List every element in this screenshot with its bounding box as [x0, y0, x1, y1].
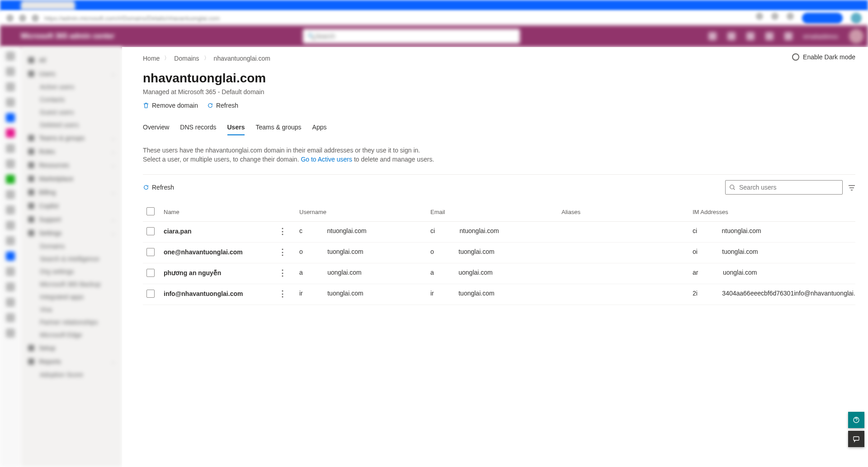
- sidebar-item[interactable]: Reports⌄: [25, 355, 118, 368]
- table-row[interactable]: one@nhavantuonglai.com⋮o tuonglai.como t…: [143, 242, 855, 263]
- row-more-icon[interactable]: ⋮: [278, 269, 280, 277]
- sidebar-item[interactable]: Deleted users: [25, 119, 118, 131]
- rail-item[interactable]: [6, 190, 15, 199]
- search-users-input[interactable]: [739, 184, 839, 191]
- rail-item[interactable]: [6, 313, 15, 322]
- rail-item[interactable]: [6, 267, 15, 276]
- tab-apps[interactable]: Apps: [312, 121, 327, 135]
- sidebar-item[interactable]: Viva: [25, 303, 118, 316]
- row-checkbox[interactable]: [146, 290, 155, 298]
- browser-action-pill[interactable]: [802, 13, 843, 24]
- rail-item[interactable]: [6, 221, 15, 230]
- rail-item[interactable]: [6, 205, 15, 214]
- col-header-im[interactable]: IM Addresses: [689, 203, 855, 222]
- select-all-checkbox[interactable]: [146, 207, 155, 215]
- breadcrumb-home[interactable]: Home: [143, 55, 160, 62]
- tab-teams[interactable]: Teams & groups: [255, 121, 301, 135]
- rail-item[interactable]: [6, 236, 15, 245]
- table-row[interactable]: info@nhavantuonglai.com⋮ir tuonglai.comi…: [143, 284, 855, 305]
- go-to-active-users-link[interactable]: Go to Active users: [301, 156, 352, 163]
- sidebar-item[interactable]: Roles⌄: [25, 145, 118, 158]
- sidebar-item[interactable]: Org settings: [25, 265, 118, 278]
- table-row[interactable]: ciara.pan⋮c ntuonglai.comci ntuonglai.co…: [143, 221, 855, 242]
- rail-item[interactable]: [6, 98, 15, 107]
- help-float-button[interactable]: [848, 412, 864, 428]
- row-checkbox[interactable]: [146, 269, 155, 277]
- row-checkbox[interactable]: [146, 248, 155, 256]
- row-checkbox[interactable]: [146, 227, 155, 235]
- sidebar-item[interactable]: Microsoft Edge: [25, 329, 118, 341]
- refresh-table-label: Refresh: [152, 184, 174, 191]
- sidebar-item[interactable]: Domains: [25, 240, 118, 253]
- sidebar-item[interactable]: Guest users: [25, 106, 118, 119]
- feedback-float-button[interactable]: [848, 431, 864, 447]
- rail-item[interactable]: [6, 144, 15, 153]
- table-row[interactable]: phương an nguyễn⋮a uonglai.coma uonglai.…: [143, 263, 855, 284]
- sidebar-item[interactable]: All: [25, 53, 118, 67]
- tab-users[interactable]: Users: [227, 121, 245, 135]
- rail-item[interactable]: [6, 298, 15, 307]
- rail-item[interactable]: [6, 252, 15, 261]
- rail-item[interactable]: [6, 67, 15, 76]
- back-icon[interactable]: [6, 14, 14, 22]
- rail-item[interactable]: [6, 329, 15, 338]
- refresh-browser-icon[interactable]: [19, 14, 26, 22]
- user-email[interactable]: emailaddress: [803, 33, 838, 40]
- ext-icon[interactable]: [771, 13, 778, 20]
- col-header-username[interactable]: Username: [296, 203, 427, 222]
- rail-item[interactable]: [6, 282, 15, 291]
- sidebar-item[interactable]: Settings⌄: [25, 226, 118, 240]
- header-icon-1[interactable]: [708, 32, 717, 40]
- sidebar-item[interactable]: Users⌄: [25, 67, 118, 81]
- sidebar-item[interactable]: Setup: [25, 341, 118, 355]
- global-search[interactable]: 🔍 Search: [303, 29, 520, 43]
- star-icon[interactable]: [756, 13, 763, 20]
- row-more-icon[interactable]: ⋮: [278, 227, 280, 235]
- breadcrumb-domains[interactable]: Domains: [174, 55, 199, 62]
- tab-overview[interactable]: Overview: [143, 121, 169, 135]
- sidebar-item[interactable]: Active users: [25, 81, 118, 93]
- sidebar-item[interactable]: Search & intelligence: [25, 253, 118, 265]
- users-table: Name Username Email Aliases IM Addresses…: [143, 203, 855, 305]
- refresh-table-button[interactable]: Refresh: [143, 184, 174, 191]
- refresh-domain-button[interactable]: Refresh: [207, 102, 238, 109]
- sidebar-item[interactable]: Support⌄: [25, 213, 118, 226]
- search-users-box[interactable]: [725, 180, 843, 195]
- filter-icon[interactable]: [848, 185, 855, 190]
- url-text[interactable]: https://admin.microsoft.com/#/Domains/De…: [44, 15, 750, 22]
- help-icon[interactable]: [784, 32, 793, 40]
- col-header-email[interactable]: Email: [427, 203, 558, 222]
- sidebar-item[interactable]: Marketplace: [25, 172, 118, 186]
- rail-item[interactable]: [6, 159, 15, 168]
- sidebar-item[interactable]: Teams & groups⌄: [25, 131, 118, 145]
- profile-avatar-icon[interactable]: [851, 13, 862, 24]
- sidebar-item[interactable]: Microsoft 365 Backup: [25, 278, 118, 291]
- menu-icon[interactable]: [787, 13, 794, 20]
- settings-icon[interactable]: [765, 32, 774, 40]
- sidebar-item[interactable]: Partner relationships: [25, 316, 118, 329]
- sidebar-item[interactable]: Billing⌄: [25, 186, 118, 199]
- rail-item[interactable]: [6, 129, 15, 138]
- header-icon-3[interactable]: [746, 32, 755, 40]
- sidebar-item[interactable]: Copilot: [25, 199, 118, 213]
- sidebar-item[interactable]: Adoption Score: [25, 368, 118, 381]
- rail-item[interactable]: [6, 52, 15, 61]
- chevron-down-icon: ⌄: [111, 149, 115, 154]
- remove-domain-button[interactable]: Remove domain: [143, 102, 198, 109]
- rail-item[interactable]: [6, 175, 15, 184]
- tab-dns[interactable]: DNS records: [180, 121, 216, 135]
- row-more-icon[interactable]: ⋮: [278, 248, 280, 256]
- rail-item[interactable]: [6, 113, 15, 122]
- sidebar-item[interactable]: Contacts: [25, 93, 118, 106]
- dark-mode-toggle[interactable]: Enable Dark mode: [792, 53, 855, 61]
- browser-tab[interactable]: [21, 1, 75, 10]
- rail-item[interactable]: [6, 82, 15, 91]
- sidebar-item[interactable]: Integrated apps: [25, 291, 118, 303]
- user-avatar-icon[interactable]: [849, 29, 863, 43]
- col-header-aliases[interactable]: Aliases: [558, 203, 689, 222]
- col-header-name[interactable]: Name: [160, 203, 296, 222]
- row-more-icon[interactable]: ⋮: [278, 290, 280, 298]
- header-icon-2[interactable]: [727, 32, 736, 40]
- sidebar-item[interactable]: Resources⌄: [25, 158, 118, 172]
- page-subtitle: Managed at Microsoft 365 - Default domai…: [143, 88, 855, 95]
